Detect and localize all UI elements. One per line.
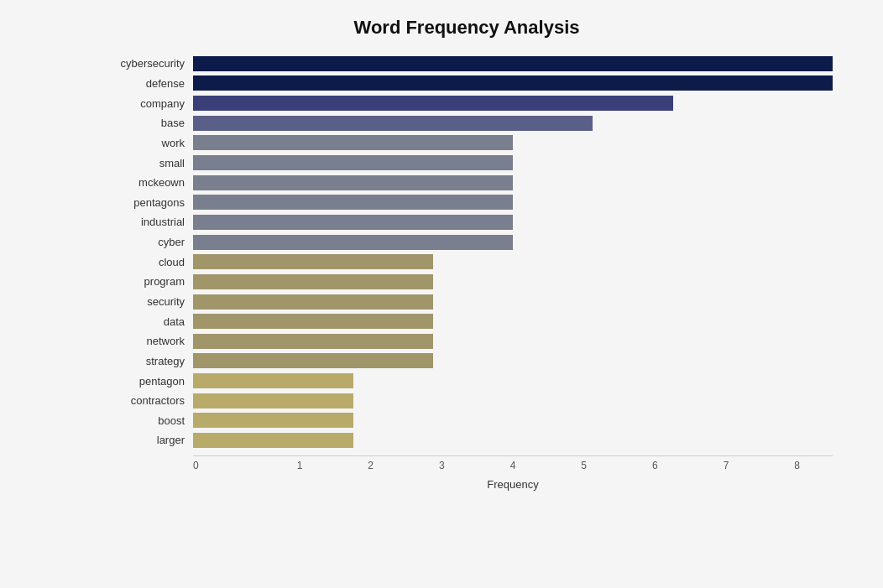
bar-track xyxy=(193,314,833,329)
bar-label: network xyxy=(101,335,193,347)
bar-fill xyxy=(193,393,353,408)
bar-label: security xyxy=(101,295,193,308)
bar-track xyxy=(193,294,833,310)
x-tick: 4 xyxy=(478,460,549,471)
bar-fill xyxy=(193,96,673,111)
bar-row: pentagons xyxy=(101,193,833,211)
bar-label: pentagons xyxy=(101,196,193,209)
bar-label: larger xyxy=(101,434,193,446)
x-tick: 7 xyxy=(691,460,762,471)
bar-label: cyber xyxy=(101,236,193,248)
bar-track xyxy=(193,254,833,269)
bar-track xyxy=(193,373,833,388)
bar-track xyxy=(193,393,833,408)
bar-row: cyber xyxy=(101,233,833,252)
x-tick: 6 xyxy=(619,460,691,471)
bar-row: larger xyxy=(101,431,833,450)
bar-fill xyxy=(193,75,833,91)
bar-fill xyxy=(193,135,513,150)
bar-row: pentagon xyxy=(101,372,833,390)
chart-area: cybersecuritydefensecompanybaseworksmall… xyxy=(101,54,833,491)
bar-track xyxy=(193,235,833,250)
bar-track xyxy=(193,215,833,230)
bar-label: strategy xyxy=(101,355,193,367)
bar-track xyxy=(193,56,833,71)
bar-track xyxy=(193,75,833,91)
bar-track xyxy=(193,433,833,448)
bar-label: data xyxy=(101,315,193,328)
bar-label: pentagon xyxy=(101,375,193,388)
bar-fill xyxy=(193,116,593,131)
bar-fill xyxy=(193,314,433,329)
bar-track xyxy=(193,413,833,428)
bar-row: small xyxy=(101,154,833,172)
bar-fill xyxy=(193,413,353,428)
bar-label: work xyxy=(101,137,193,149)
chart-title: Word Frequency Analysis xyxy=(101,17,833,39)
bar-fill xyxy=(193,294,433,310)
chart-container: Word Frequency Analysis cybersecuritydef… xyxy=(0,0,883,588)
bar-track xyxy=(193,155,833,170)
bar-label: base xyxy=(101,117,193,129)
bar-label: boost xyxy=(101,414,193,427)
bar-row: strategy xyxy=(101,351,833,370)
bar-label: small xyxy=(101,157,193,169)
bar-fill xyxy=(193,373,353,388)
bar-label: cybersecurity xyxy=(101,57,193,70)
bar-fill xyxy=(193,235,513,250)
bar-label: program xyxy=(101,275,193,288)
x-axis-line xyxy=(193,455,833,456)
bar-track xyxy=(193,274,833,289)
bar-label: mckeown xyxy=(101,176,193,189)
bar-row: boost xyxy=(101,411,833,429)
bar-row: cybersecurity xyxy=(101,55,833,73)
bar-label: contractors xyxy=(101,394,193,407)
bar-label: company xyxy=(101,97,193,110)
x-tick: 1 xyxy=(264,460,336,471)
bar-label: industrial xyxy=(101,216,193,228)
bar-row: cloud xyxy=(101,252,833,271)
bar-fill xyxy=(193,155,513,170)
bar-row: work xyxy=(101,133,833,152)
bar-track xyxy=(193,135,833,150)
bar-fill xyxy=(193,56,833,71)
bar-label: cloud xyxy=(101,256,193,268)
x-axis: 012345678 Frequency xyxy=(101,455,833,491)
bar-row: contractors xyxy=(101,392,833,410)
bar-row: security xyxy=(101,293,833,311)
bar-fill xyxy=(193,433,353,448)
bar-track xyxy=(193,116,833,131)
bar-track xyxy=(193,96,833,111)
bar-track xyxy=(193,334,833,349)
x-axis-ticks: 012345678 xyxy=(193,460,833,471)
x-tick: 0 xyxy=(193,460,264,471)
x-tick: 2 xyxy=(335,460,406,471)
bar-fill xyxy=(193,175,513,190)
bar-row: industrial xyxy=(101,213,833,232)
bar-fill xyxy=(193,195,513,210)
bar-track xyxy=(193,353,833,368)
bar-fill xyxy=(193,274,433,289)
bar-track xyxy=(193,195,833,210)
bar-fill xyxy=(193,353,433,368)
x-tick: 5 xyxy=(548,460,619,471)
bar-label: defense xyxy=(101,77,193,90)
bar-row: data xyxy=(101,312,833,330)
bar-row: defense xyxy=(101,74,833,92)
bar-fill xyxy=(193,334,433,349)
x-axis-label: Frequency xyxy=(193,478,833,491)
bar-row: network xyxy=(101,332,833,351)
bar-row: base xyxy=(101,114,833,133)
bar-row: mckeown xyxy=(101,174,833,192)
bars-section: cybersecuritydefensecompanybaseworksmall… xyxy=(101,54,833,450)
bar-track xyxy=(193,175,833,190)
bar-fill xyxy=(193,215,513,230)
bar-row: company xyxy=(101,94,833,112)
x-tick: 3 xyxy=(406,460,478,471)
x-tick: 8 xyxy=(761,460,833,471)
bar-row: program xyxy=(101,273,833,291)
bar-fill xyxy=(193,254,433,269)
